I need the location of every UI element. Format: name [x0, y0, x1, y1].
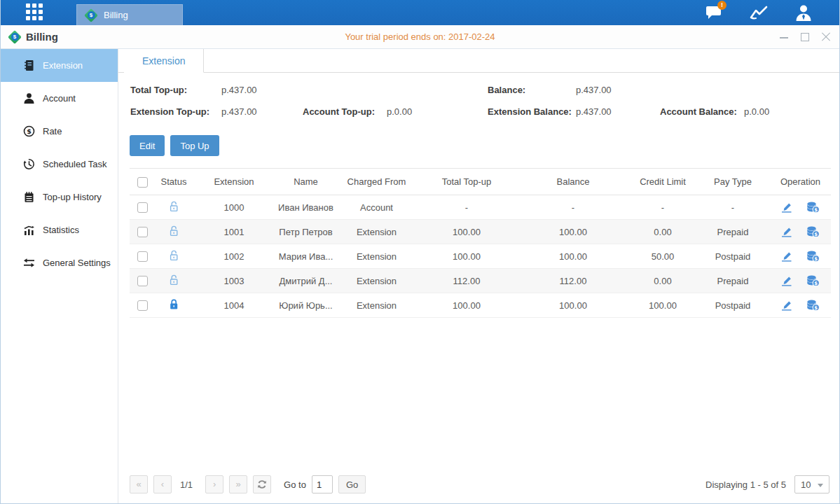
edit-row-icon[interactable] [780, 275, 793, 287]
clock-icon [23, 158, 35, 170]
unlocked-icon [168, 225, 180, 237]
credit-limit-cell: 0.00 [630, 269, 696, 293]
pay-type-cell: Postpaid [696, 293, 770, 318]
account-topup-label: Account Top-up: [303, 106, 387, 117]
maximize-icon[interactable] [800, 32, 810, 42]
row-checkbox[interactable] [137, 251, 148, 262]
sidebar-item-rate[interactable]: $ Rate [1, 115, 118, 148]
refresh-icon [257, 479, 267, 489]
balance-label: Balance: [488, 85, 576, 95]
sidebar-item-label: Top-up History [43, 192, 102, 202]
top-up-row-icon[interactable] [806, 202, 820, 213]
edit-row-icon[interactable] [780, 300, 793, 312]
notebook-icon [23, 191, 35, 203]
top-up-button[interactable]: Top Up [170, 135, 219, 156]
balance-value: p.437.00 [576, 85, 660, 95]
sidebar: Extension Account $ Rate [1, 49, 118, 503]
row-checkbox[interactable] [137, 276, 148, 286]
edit-row-icon[interactable] [780, 226, 793, 238]
operation-cell [770, 244, 831, 269]
goto-page-input[interactable] [312, 475, 333, 493]
messages-icon[interactable]: ! [703, 4, 724, 22]
top-up-row-icon[interactable] [806, 275, 820, 286]
goto-label: Go to [284, 479, 306, 490]
col-name: Name [275, 169, 336, 195]
sidebar-item-scheduled-task[interactable]: Scheduled Task [1, 148, 118, 181]
window-controls [779, 25, 831, 49]
balance-cell: 100.00 [516, 293, 630, 318]
last-page-button[interactable]: » [229, 475, 247, 493]
credit-limit-cell: - [630, 195, 696, 220]
close-icon[interactable] [821, 32, 831, 42]
extension-cell: 1002 [193, 244, 275, 269]
extension-balance-value: p.437.00 [576, 106, 660, 117]
unlocked-icon [168, 200, 180, 212]
edit-button[interactable]: Edit [130, 135, 165, 156]
credit-limit-cell: 100.00 [630, 293, 696, 318]
col-extension: Extension [193, 169, 275, 195]
extensions-table: Status Extension Name Charged From Total… [130, 168, 831, 318]
credit-limit-cell: 50.00 [630, 244, 696, 269]
name-cell: Иван Иванов [275, 195, 336, 220]
billing-app-window: $ Billing ! [0, 0, 840, 504]
locked-icon [168, 298, 180, 310]
toolbar: Edit Top Up [130, 135, 829, 156]
taskbar-item-label: Billing [104, 10, 128, 20]
select-all-checkbox[interactable] [137, 177, 148, 188]
next-page-button[interactable]: › [205, 475, 223, 493]
pagination-bar: « ‹ 1/1 › » Go to Go Displaying [130, 470, 829, 503]
edit-row-icon[interactable] [780, 202, 793, 214]
page-size-value: 10 [801, 479, 811, 490]
first-page-button[interactable]: « [130, 475, 148, 493]
unlocked-icon [168, 249, 180, 261]
extension-cell: 1001 [193, 220, 275, 244]
sidebar-item-account[interactable]: Account [1, 82, 118, 115]
charged-from-cell: Extension [336, 269, 417, 293]
extension-cell: 1004 [193, 293, 275, 318]
extension-cell: 1003 [193, 269, 275, 293]
col-balance: Balance [516, 169, 630, 195]
sidebar-item-extension[interactable]: Extension [1, 49, 118, 82]
content-tabbar: Extension [118, 49, 839, 73]
sidebar-item-topup-history[interactable]: Top-up History [1, 181, 118, 214]
bar-chart-icon [23, 224, 35, 236]
extension-topup-label: Extension Top-up: [130, 106, 221, 117]
go-button[interactable]: Go [338, 475, 366, 493]
user-account-icon[interactable] [793, 4, 814, 22]
sidebar-item-statistics[interactable]: Statistics [1, 214, 118, 246]
row-checkbox[interactable] [137, 202, 148, 213]
refresh-button[interactable] [253, 475, 271, 493]
prev-page-button[interactable]: ‹ [153, 475, 172, 493]
col-pay-type: Pay Type [696, 169, 770, 195]
billing-app-icon: $ [84, 8, 98, 22]
sidebar-item-general-settings[interactable]: General Settings [1, 246, 118, 279]
window-titlebar: $ Billing Your trial period ends on: 201… [1, 25, 839, 49]
main-menu-grid-icon[interactable] [26, 4, 44, 22]
minimize-icon[interactable] [779, 32, 789, 42]
pay-type-cell: - [696, 195, 770, 220]
top-up-row-icon[interactable] [806, 226, 820, 237]
ledger-icon [23, 59, 35, 71]
account-topup-value: p.0.00 [387, 106, 488, 117]
edit-row-icon[interactable] [780, 251, 793, 262]
top-up-row-icon[interactable] [806, 300, 820, 311]
tab-extension[interactable]: Extension [124, 49, 204, 73]
operation-cell [770, 293, 831, 318]
row-checkbox[interactable] [137, 300, 148, 311]
total-topup-cell: 112.00 [417, 269, 516, 293]
row-checkbox[interactable] [137, 227, 148, 237]
total-topup-value: p.437.00 [221, 85, 303, 95]
page-size-select[interactable]: 10 [794, 475, 829, 493]
pay-type-cell: Postpaid [696, 244, 770, 269]
dollar-circle-icon: $ [23, 125, 35, 137]
operation-cell [770, 220, 831, 244]
name-cell: Юрий Юрь... [275, 293, 336, 318]
sidebar-item-label: Account [43, 93, 76, 104]
top-up-row-icon[interactable] [806, 251, 820, 262]
main-content: Extension Total Top-up: p.437.00 Balance… [118, 49, 839, 503]
displaying-range-text: Displaying 1 - 5 of 5 [705, 479, 786, 490]
col-credit-limit: Credit Limit [630, 169, 696, 195]
charged-from-cell: Extension [336, 220, 417, 244]
taskbar-item-billing[interactable]: $ Billing [76, 4, 183, 25]
resource-monitor-icon[interactable] [748, 4, 769, 22]
